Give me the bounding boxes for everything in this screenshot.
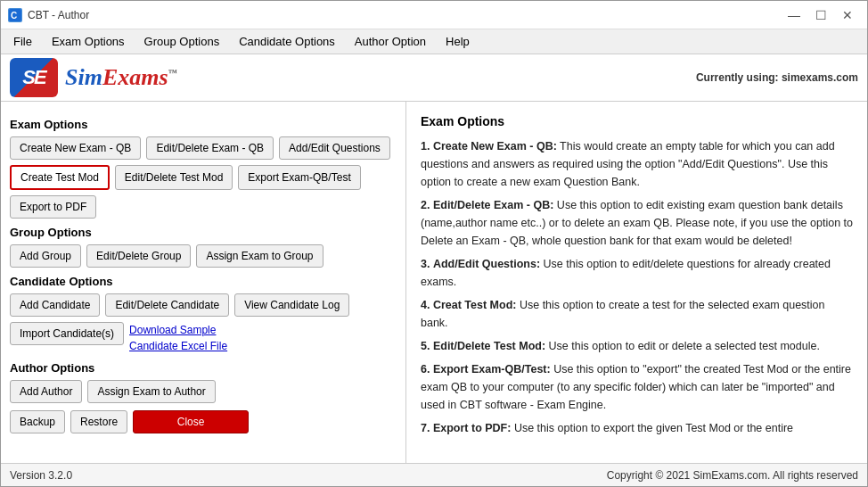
copyright-label: Copyright © 2021 SimExams.com. All right… xyxy=(607,469,858,482)
help-item-2: 2. Edit/Delete Exam - QB: Use this optio… xyxy=(421,196,853,250)
export-exam-qb-test-button[interactable]: Export Exam-QB/Test xyxy=(238,165,360,190)
assign-exam-to-author-button[interactable]: Assign Exam to Author xyxy=(87,380,215,403)
logo-tm: ™ xyxy=(168,68,177,78)
import-btn-row: Import Candidate(s) Download Sample Cand… xyxy=(10,322,397,354)
help-item-3-num: 3. xyxy=(421,258,430,270)
status-bar-bottom: Version 3.2.0 Copyright © 2021 SimExams.… xyxy=(1,463,867,486)
view-candidate-log-button[interactable]: View Candidate Log xyxy=(234,293,349,317)
help-item-3: 3. Add/Edit Questions: Use this option t… xyxy=(421,255,853,291)
create-test-mod-button[interactable]: Create Test Mod xyxy=(10,165,110,190)
title-bar: C CBT - Author — ☐ ✕ xyxy=(1,1,867,29)
candidate-excel-link[interactable]: Candidate Excel File xyxy=(129,338,227,354)
add-group-button[interactable]: Add Group xyxy=(10,244,81,268)
exam-btn-row1: Create New Exam - QB Edit/Delete Exam - … xyxy=(10,136,397,160)
author-options-header: Author Options xyxy=(10,361,397,375)
edit-delete-test-mod-button[interactable]: Edit/Delete Test Mod xyxy=(115,165,233,190)
backup-button[interactable]: Backup xyxy=(10,410,65,433)
export-to-pdf-button[interactable]: Export to PDF xyxy=(10,195,96,219)
help-item-4-label: Creat Test Mod: xyxy=(433,299,517,311)
help-item-1-num: 1. xyxy=(421,140,430,153)
logo-icon: SE xyxy=(10,58,58,97)
exam-btn-row3: Export to PDF xyxy=(10,195,397,219)
minimize-button[interactable]: — xyxy=(782,6,807,24)
import-candidates-button[interactable]: Import Candidate(s) xyxy=(10,322,124,345)
download-sample-link[interactable]: Download Sample xyxy=(129,322,227,338)
help-item-1-label: Create New Exam - QB: xyxy=(433,140,557,153)
maximize-button[interactable]: ☐ xyxy=(808,6,833,24)
status-top: Currently using: simexams.com xyxy=(696,65,858,90)
add-author-button[interactable]: Add Author xyxy=(10,380,82,403)
right-panel-title: Exam Options xyxy=(421,114,853,128)
exam-btn-row2: Create Test Mod Edit/Delete Test Mod Exp… xyxy=(10,165,397,190)
right-panel-content: 1. Create New Exam - QB: This would crea… xyxy=(421,137,853,437)
add-edit-questions-button[interactable]: Add/Edit Questions xyxy=(279,136,390,160)
svg-text:C: C xyxy=(11,11,17,21)
currently-using-label: Currently using: simexams.com xyxy=(696,71,858,84)
create-new-exam-qb-button[interactable]: Create New Exam - QB xyxy=(10,136,141,160)
close-main-button[interactable]: Close xyxy=(133,410,249,433)
edit-delete-candidate-button[interactable]: Edit/Delete Candidate xyxy=(105,293,229,317)
main-content: Exam Options Create New Exam - QB Edit/D… xyxy=(1,102,867,463)
help-item-7-text: Use this option to export the given Test… xyxy=(514,422,793,434)
help-item-5-text: Use this option to edit or delete a sele… xyxy=(549,340,820,352)
menu-candidate-options[interactable]: Candidate Options xyxy=(230,31,344,52)
help-item-7-num: 7. xyxy=(421,422,430,434)
menu-bar: File Exam Options Group Options Candidat… xyxy=(1,29,867,54)
group-btn-row: Add Group Edit/Delete Group Assign Exam … xyxy=(10,244,397,268)
title-bar-controls: — ☐ ✕ xyxy=(782,6,860,24)
restore-button[interactable]: Restore xyxy=(70,410,127,433)
exam-options-header: Exam Options xyxy=(10,118,397,131)
import-candidate-group: Import Candidate(s) Download Sample Cand… xyxy=(10,322,397,354)
left-panel: Exam Options Create New Exam - QB Edit/D… xyxy=(1,102,406,463)
help-item-4-num: 4. xyxy=(421,299,430,311)
help-item-3-label: Add/Edit Questions: xyxy=(433,258,540,270)
help-item-5-num: 5. xyxy=(421,340,430,352)
edit-delete-group-button[interactable]: Edit/Delete Group xyxy=(86,244,191,268)
help-item-6: 6. Export Exam-QB/Test: Use this option … xyxy=(421,360,853,414)
bottom-btn-row: Backup Restore Close xyxy=(10,410,397,433)
logo-area: SE SimExams™ xyxy=(10,58,177,97)
app-icon: C xyxy=(8,8,22,22)
help-item-2-num: 2. xyxy=(421,199,430,211)
right-panel: Exam Options 1. Create New Exam - QB: Th… xyxy=(406,102,867,463)
edit-delete-exam-qb-button[interactable]: Edit/Delete Exam - QB xyxy=(146,136,274,160)
menu-exam-options[interactable]: Exam Options xyxy=(43,31,134,52)
help-item-6-label: Export Exam-QB/Test: xyxy=(433,363,551,376)
help-item-1: 1. Create New Exam - QB: This would crea… xyxy=(421,137,853,191)
help-item-7: 7. Export to PDF: Use this option to exp… xyxy=(421,419,853,437)
menu-group-options[interactable]: Group Options xyxy=(135,31,229,52)
group-options-header: Group Options xyxy=(10,226,397,239)
window-title: CBT - Author xyxy=(28,9,89,21)
help-item-4: 4. Creat Test Mod: Use this option to cr… xyxy=(421,296,853,332)
add-candidate-button[interactable]: Add Candidate xyxy=(10,293,100,317)
candidate-options-header: Candidate Options xyxy=(10,275,397,288)
menu-author-option[interactable]: Author Option xyxy=(346,31,435,52)
menu-file[interactable]: File xyxy=(4,31,41,52)
main-window: C CBT - Author — ☐ ✕ File Exam Options G… xyxy=(0,0,868,487)
title-bar-left: C CBT - Author xyxy=(8,8,89,22)
help-item-6-num: 6. xyxy=(421,363,430,376)
help-item-5-label: Edit/Delete Test Mod: xyxy=(433,340,545,352)
help-item-7-label: Export to PDF: xyxy=(433,422,512,434)
assign-exam-to-group-button[interactable]: Assign Exam to Group xyxy=(196,244,323,268)
logo-text: SimExams™ xyxy=(65,64,177,91)
candidate-btn-row1: Add Candidate Edit/Delete Candidate View… xyxy=(10,293,397,317)
help-item-5: 5. Edit/Delete Test Mod: Use this option… xyxy=(421,337,853,355)
version-label: Version 3.2.0 xyxy=(10,469,72,482)
help-item-2-label: Edit/Delete Exam - QB: xyxy=(433,199,553,211)
author-btn-row: Add Author Assign Exam to Author xyxy=(10,380,397,403)
menu-help[interactable]: Help xyxy=(437,31,479,52)
close-button[interactable]: ✕ xyxy=(835,6,860,24)
